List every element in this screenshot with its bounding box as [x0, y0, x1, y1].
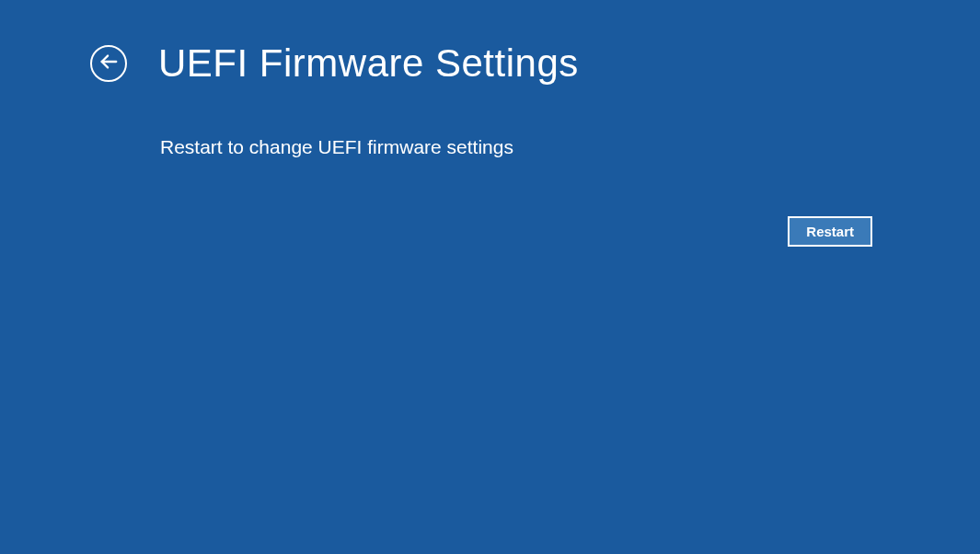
- back-button[interactable]: [90, 45, 127, 82]
- restart-button[interactable]: Restart: [788, 216, 872, 247]
- back-arrow-icon: [98, 52, 119, 75]
- page-title: UEFI Firmware Settings: [158, 44, 579, 83]
- description-text: Restart to change UEFI firmware settings: [0, 83, 980, 158]
- page-header: UEFI Firmware Settings: [0, 0, 980, 83]
- action-button-row: Restart: [788, 216, 872, 247]
